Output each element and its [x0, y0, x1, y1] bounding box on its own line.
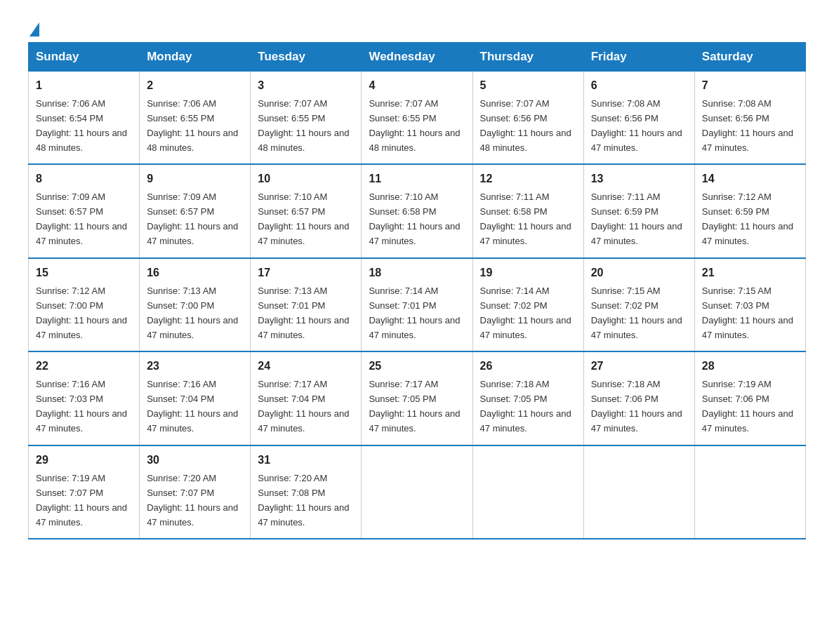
- day-info: Sunrise: 7:13 AMSunset: 7:00 PMDaylight:…: [147, 286, 238, 340]
- col-header-sunday: Sunday: [29, 43, 140, 72]
- col-header-monday: Monday: [140, 43, 251, 72]
- day-number: 23: [147, 358, 243, 375]
- day-cell: 11Sunrise: 7:10 AMSunset: 6:58 PMDayligh…: [362, 164, 472, 257]
- day-info: Sunrise: 7:10 AMSunset: 6:58 PMDaylight:…: [369, 192, 460, 246]
- logo: [28, 21, 41, 35]
- day-info: Sunrise: 7:08 AMSunset: 6:56 PMDaylight:…: [702, 98, 793, 153]
- day-number: 4: [369, 77, 465, 95]
- day-info: Sunrise: 7:08 AMSunset: 6:56 PMDaylight:…: [591, 98, 682, 153]
- day-number: 6: [591, 77, 687, 95]
- day-number: 27: [591, 358, 687, 375]
- week-row: 15Sunrise: 7:12 AMSunset: 7:00 PMDayligh…: [29, 258, 806, 351]
- day-info: Sunrise: 7:15 AMSunset: 7:03 PMDaylight:…: [702, 286, 793, 340]
- day-number: 30: [147, 452, 243, 469]
- day-number: 5: [480, 77, 576, 95]
- day-cell: 16Sunrise: 7:13 AMSunset: 7:00 PMDayligh…: [140, 258, 251, 351]
- day-info: Sunrise: 7:12 AMSunset: 6:59 PMDaylight:…: [702, 192, 793, 246]
- day-number: 14: [702, 170, 798, 188]
- logo-triangle-icon: [29, 22, 39, 36]
- day-cell: 7Sunrise: 7:08 AMSunset: 6:56 PMDaylight…: [694, 72, 805, 165]
- day-number: 20: [591, 264, 687, 282]
- day-number: 10: [258, 170, 354, 188]
- day-info: Sunrise: 7:18 AMSunset: 7:06 PMDaylight:…: [591, 379, 682, 434]
- day-cell: 8Sunrise: 7:09 AMSunset: 6:57 PMDaylight…: [29, 164, 140, 257]
- day-number: 24: [258, 358, 354, 375]
- col-header-saturday: Saturday: [694, 43, 805, 72]
- day-info: Sunrise: 7:15 AMSunset: 7:02 PMDaylight:…: [591, 286, 682, 340]
- day-cell: 14Sunrise: 7:12 AMSunset: 6:59 PMDayligh…: [694, 164, 805, 257]
- day-cell: 1Sunrise: 7:06 AMSunset: 6:54 PMDaylight…: [29, 72, 140, 165]
- day-cell: 23Sunrise: 7:16 AMSunset: 7:04 PMDayligh…: [140, 351, 251, 445]
- day-info: Sunrise: 7:07 AMSunset: 6:55 PMDaylight:…: [369, 98, 460, 153]
- day-info: Sunrise: 7:17 AMSunset: 7:04 PMDaylight:…: [258, 379, 349, 434]
- day-info: Sunrise: 7:12 AMSunset: 7:00 PMDaylight:…: [36, 286, 127, 340]
- day-info: Sunrise: 7:20 AMSunset: 7:07 PMDaylight:…: [147, 473, 238, 528]
- day-number: 3: [258, 77, 354, 95]
- day-number: 9: [147, 170, 243, 188]
- day-cell: 21Sunrise: 7:15 AMSunset: 7:03 PMDayligh…: [694, 258, 805, 351]
- day-info: Sunrise: 7:11 AMSunset: 6:58 PMDaylight:…: [480, 192, 571, 246]
- day-info: Sunrise: 7:09 AMSunset: 6:57 PMDaylight:…: [147, 192, 238, 246]
- day-cell: 20Sunrise: 7:15 AMSunset: 7:02 PMDayligh…: [583, 258, 694, 351]
- day-cell: 9Sunrise: 7:09 AMSunset: 6:57 PMDaylight…: [140, 164, 251, 257]
- day-cell: 19Sunrise: 7:14 AMSunset: 7:02 PMDayligh…: [472, 258, 583, 351]
- day-cell: 17Sunrise: 7:13 AMSunset: 7:01 PMDayligh…: [251, 258, 362, 351]
- day-cell: 2Sunrise: 7:06 AMSunset: 6:55 PMDaylight…: [140, 72, 251, 165]
- week-row: 8Sunrise: 7:09 AMSunset: 6:57 PMDaylight…: [29, 164, 806, 257]
- day-cell: 27Sunrise: 7:18 AMSunset: 7:06 PMDayligh…: [583, 351, 694, 445]
- day-number: 11: [369, 170, 465, 188]
- day-cell: 30Sunrise: 7:20 AMSunset: 7:07 PMDayligh…: [140, 445, 251, 539]
- day-number: 18: [369, 264, 465, 282]
- day-number: 12: [480, 170, 576, 188]
- col-header-friday: Friday: [583, 43, 694, 72]
- day-number: 8: [36, 170, 132, 188]
- day-info: Sunrise: 7:18 AMSunset: 7:05 PMDaylight:…: [480, 379, 571, 434]
- day-info: Sunrise: 7:14 AMSunset: 7:02 PMDaylight:…: [480, 286, 571, 340]
- day-info: Sunrise: 7:11 AMSunset: 6:59 PMDaylight:…: [591, 192, 682, 246]
- day-cell: 31Sunrise: 7:20 AMSunset: 7:08 PMDayligh…: [251, 445, 362, 539]
- day-info: Sunrise: 7:06 AMSunset: 6:55 PMDaylight:…: [147, 98, 238, 153]
- day-cell: 3Sunrise: 7:07 AMSunset: 6:55 PMDaylight…: [251, 72, 362, 165]
- day-cell: 6Sunrise: 7:08 AMSunset: 6:56 PMDaylight…: [583, 72, 694, 165]
- day-cell: 25Sunrise: 7:17 AMSunset: 7:05 PMDayligh…: [362, 351, 472, 445]
- day-info: Sunrise: 7:06 AMSunset: 6:54 PMDaylight:…: [36, 98, 127, 153]
- day-cell: 18Sunrise: 7:14 AMSunset: 7:01 PMDayligh…: [362, 258, 472, 351]
- day-number: 19: [480, 264, 576, 282]
- day-info: Sunrise: 7:09 AMSunset: 6:57 PMDaylight:…: [36, 192, 127, 246]
- day-cell: 15Sunrise: 7:12 AMSunset: 7:00 PMDayligh…: [29, 258, 140, 351]
- day-info: Sunrise: 7:07 AMSunset: 6:55 PMDaylight:…: [258, 98, 349, 153]
- day-info: Sunrise: 7:20 AMSunset: 7:08 PMDaylight:…: [258, 473, 349, 528]
- day-cell: [472, 445, 583, 539]
- col-header-thursday: Thursday: [472, 43, 583, 72]
- day-cell: [583, 445, 694, 539]
- day-number: 13: [591, 170, 687, 188]
- day-info: Sunrise: 7:13 AMSunset: 7:01 PMDaylight:…: [258, 286, 349, 340]
- day-info: Sunrise: 7:19 AMSunset: 7:06 PMDaylight:…: [702, 379, 793, 434]
- day-number: 7: [702, 77, 798, 95]
- day-cell: 12Sunrise: 7:11 AMSunset: 6:58 PMDayligh…: [472, 164, 583, 257]
- day-cell: 26Sunrise: 7:18 AMSunset: 7:05 PMDayligh…: [472, 351, 583, 445]
- day-number: 15: [36, 264, 132, 282]
- calendar-table: SundayMondayTuesdayWednesdayThursdayFrid…: [28, 42, 806, 539]
- day-cell: 28Sunrise: 7:19 AMSunset: 7:06 PMDayligh…: [694, 351, 805, 445]
- day-info: Sunrise: 7:16 AMSunset: 7:04 PMDaylight:…: [147, 379, 238, 434]
- day-info: Sunrise: 7:07 AMSunset: 6:56 PMDaylight:…: [480, 98, 571, 153]
- day-cell: 10Sunrise: 7:10 AMSunset: 6:57 PMDayligh…: [251, 164, 362, 257]
- day-info: Sunrise: 7:10 AMSunset: 6:57 PMDaylight:…: [258, 192, 349, 246]
- page-header: [28, 21, 806, 35]
- day-number: 16: [147, 264, 243, 282]
- day-number: 29: [36, 452, 132, 469]
- day-info: Sunrise: 7:16 AMSunset: 7:03 PMDaylight:…: [36, 379, 127, 434]
- day-number: 21: [702, 264, 798, 282]
- day-number: 2: [147, 77, 243, 95]
- day-cell: [362, 445, 472, 539]
- day-info: Sunrise: 7:17 AMSunset: 7:05 PMDaylight:…: [369, 379, 460, 434]
- day-info: Sunrise: 7:14 AMSunset: 7:01 PMDaylight:…: [369, 286, 460, 340]
- header-row: SundayMondayTuesdayWednesdayThursdayFrid…: [29, 43, 806, 72]
- day-cell: 5Sunrise: 7:07 AMSunset: 6:56 PMDaylight…: [472, 72, 583, 165]
- day-number: 1: [36, 77, 132, 95]
- day-cell: 29Sunrise: 7:19 AMSunset: 7:07 PMDayligh…: [29, 445, 140, 539]
- week-row: 22Sunrise: 7:16 AMSunset: 7:03 PMDayligh…: [29, 351, 806, 445]
- day-number: 22: [36, 358, 132, 375]
- day-number: 28: [702, 358, 798, 375]
